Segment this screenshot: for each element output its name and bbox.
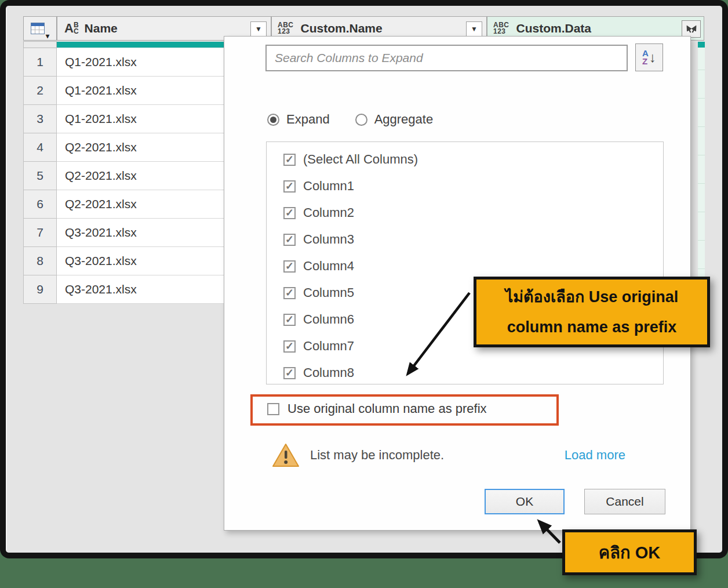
expand-column-button[interactable] bbox=[682, 20, 701, 38]
expand-arrows-icon bbox=[685, 24, 698, 34]
column-header-label: Name bbox=[85, 21, 118, 35]
checkbox-checked-icon[interactable]: ✓ bbox=[283, 154, 296, 166]
table-row[interactable]: 5 Q2-2021.xlsx bbox=[23, 162, 231, 190]
column-list-label: Column4 bbox=[303, 259, 354, 274]
column-list-label: (Select All Columns) bbox=[303, 152, 418, 167]
row-number: 4 bbox=[23, 133, 57, 162]
table-row[interactable]: 2 Q1-2021.xlsx bbox=[23, 77, 231, 105]
row-name-cell[interactable]: Q3-2021.xlsx bbox=[57, 219, 231, 247]
any-type-icon: ABC123 bbox=[278, 22, 294, 35]
custom-data-quality-bar bbox=[698, 42, 705, 48]
radio-expand-label: Expand bbox=[286, 112, 330, 127]
text-type-icon: A BC bbox=[64, 21, 79, 36]
radio-expand[interactable]: Expand bbox=[267, 112, 330, 127]
row-number: 5 bbox=[23, 162, 57, 190]
row-name-cell[interactable]: Q1-2021.xlsx bbox=[57, 77, 231, 105]
table-grid-icon bbox=[31, 23, 45, 34]
checkbox-checked-icon[interactable]: ✓ bbox=[283, 207, 296, 219]
custom-data-column-sliver bbox=[698, 42, 705, 303]
warning-text: List may be incomplete. bbox=[310, 448, 444, 463]
any-type-icon: ABC123 bbox=[493, 22, 509, 35]
checkbox-checked-icon[interactable]: ✓ bbox=[283, 287, 296, 299]
row-name-cell[interactable]: Q3-2021.xlsx bbox=[57, 275, 231, 304]
table-row[interactable]: 9 Q3-2021.xlsx bbox=[23, 275, 231, 304]
row-number: 8 bbox=[23, 247, 57, 275]
row-number: 2 bbox=[23, 77, 57, 105]
warning-row: List may be incomplete. Load more bbox=[272, 442, 660, 468]
column-quality-bar bbox=[57, 42, 231, 48]
column-list-label: Column5 bbox=[303, 285, 354, 300]
row-name-cell[interactable]: Q1-2021.xlsx bbox=[57, 48, 231, 77]
callout-line2: column name as prefix bbox=[507, 312, 677, 342]
filter-dropdown-button[interactable]: ▼ bbox=[250, 21, 267, 37]
row-name-cell[interactable]: Q2-2021.xlsx bbox=[57, 133, 231, 162]
row-number: 9 bbox=[23, 275, 57, 304]
ok-button[interactable]: OK bbox=[485, 489, 565, 514]
callout-ok-text: คลิก OK bbox=[599, 539, 660, 566]
column-list-item[interactable]: ✓ Column4 bbox=[267, 253, 663, 280]
checkbox-checked-icon[interactable]: ✓ bbox=[283, 367, 296, 379]
row-number: 7 bbox=[23, 219, 57, 247]
column-list-label: Column3 bbox=[303, 232, 354, 247]
column-list-item[interactable]: ✓ (Select All Columns) bbox=[267, 146, 663, 173]
table-row[interactable]: 4 Q2-2021.xlsx bbox=[23, 133, 231, 162]
checkbox-checked-icon[interactable]: ✓ bbox=[283, 260, 296, 273]
checkbox-checked-icon[interactable]: ✓ bbox=[283, 340, 296, 353]
callout-ok-note: คลิก OK bbox=[562, 529, 697, 575]
load-more-link[interactable]: Load more bbox=[565, 448, 625, 463]
column-list-label: Column8 bbox=[303, 365, 354, 380]
row-name-cell[interactable]: Q1-2021.xlsx bbox=[57, 105, 231, 133]
chevron-down-icon: ▾ bbox=[46, 32, 49, 40]
warning-triangle-icon bbox=[272, 442, 300, 468]
columns-listbox[interactable]: ✓ (Select All Columns) ✓ Column1 ✓ Colum… bbox=[266, 141, 664, 384]
table-row[interactable]: 3 Q1-2021.xlsx bbox=[23, 105, 231, 133]
radio-unselected-icon[interactable] bbox=[355, 114, 367, 126]
checkbox-checked-icon[interactable]: ✓ bbox=[283, 234, 296, 246]
column-list-label: Column7 bbox=[303, 339, 354, 354]
table-row[interactable]: 8 Q3-2021.xlsx bbox=[23, 247, 231, 275]
table-row[interactable]: 6 Q2-2021.xlsx bbox=[23, 190, 231, 219]
table-body: 1 Q1-2021.xlsx 2 Q1-2021.xlsx 3 Q1-2021.… bbox=[23, 48, 231, 304]
row-name-cell[interactable]: Q2-2021.xlsx bbox=[57, 162, 231, 190]
search-input[interactable] bbox=[265, 45, 628, 71]
column-list-label: Column6 bbox=[303, 312, 354, 327]
checkbox-checked-icon[interactable]: ✓ bbox=[283, 180, 296, 193]
callout-line1: ไม่ต้องเลือก Use original bbox=[505, 282, 679, 312]
table-row[interactable]: 7 Q3-2021.xlsx bbox=[23, 219, 231, 247]
mode-radio-group: Expand Aggregate bbox=[267, 112, 433, 127]
sort-az-button[interactable]: A Z ↓ bbox=[635, 43, 663, 71]
row-name-cell[interactable]: Q3-2021.xlsx bbox=[57, 247, 231, 275]
cancel-button[interactable]: Cancel bbox=[584, 489, 665, 514]
callout-prefix-note: ไม่ต้องเลือก Use original column name as… bbox=[474, 277, 710, 347]
column-list-label: Column1 bbox=[303, 179, 354, 194]
sort-arrow-icon: ↓ bbox=[649, 49, 656, 66]
column-header-label: Custom.Data bbox=[516, 21, 592, 35]
filter-dropdown-button[interactable]: ▼ bbox=[466, 21, 482, 37]
prefix-checkbox-label: Use original column name as prefix bbox=[287, 401, 487, 416]
column-list-item[interactable]: ✓ Column2 bbox=[267, 199, 663, 226]
column-list-item[interactable]: ✓ Column1 bbox=[267, 173, 663, 199]
table-row[interactable]: 1 Q1-2021.xlsx bbox=[23, 48, 231, 77]
checkbox-checked-icon[interactable]: ✓ bbox=[283, 314, 296, 326]
column-list-label: Column2 bbox=[303, 205, 354, 220]
column-header-label: Custom.Name bbox=[301, 21, 383, 35]
row-number: 3 bbox=[23, 105, 57, 133]
radio-selected-icon[interactable] bbox=[267, 114, 279, 126]
row-name-cell[interactable]: Q2-2021.xlsx bbox=[57, 190, 231, 219]
sort-az-icon: A Z bbox=[642, 49, 649, 66]
row-number-corner bbox=[23, 41, 57, 48]
checkbox-unchecked-icon[interactable] bbox=[267, 403, 279, 415]
radio-aggregate[interactable]: Aggregate bbox=[355, 112, 434, 127]
radio-aggregate-label: Aggregate bbox=[374, 112, 434, 127]
prefix-checkbox-row[interactable]: Use original column name as prefix bbox=[267, 401, 487, 416]
column-list-item[interactable]: ✓ Column8 bbox=[267, 360, 663, 386]
table-select-all-button[interactable]: ▾ bbox=[23, 16, 57, 41]
row-number: 1 bbox=[23, 48, 57, 77]
column-list-item[interactable]: ✓ Column3 bbox=[267, 226, 663, 253]
row-number: 6 bbox=[23, 190, 57, 219]
